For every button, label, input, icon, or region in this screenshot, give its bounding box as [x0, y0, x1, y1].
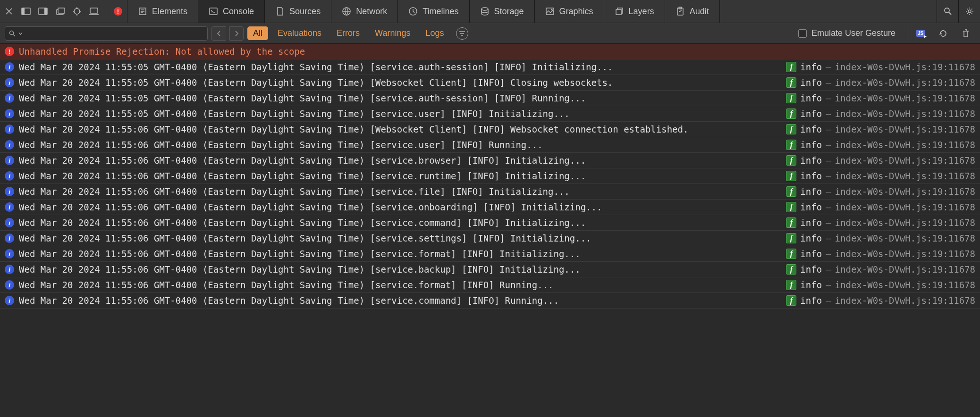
dash: — [826, 93, 831, 103]
function-badge-icon: f [786, 93, 796, 103]
console-log-row[interactable]: iWed Mar 20 2024 11:55:06 GMT-0400 (East… [0, 246, 980, 262]
snippets-icon[interactable]: JS▸ [914, 27, 927, 40]
dock-left-icon[interactable] [21, 6, 31, 17]
tab-label: Graphics [559, 7, 593, 17]
device-icon[interactable] [89, 6, 99, 17]
log-source-link[interactable]: index-W0s-DVwH.js:19:11678 [835, 140, 975, 150]
dash: — [826, 108, 831, 119]
log-level: info [800, 140, 822, 150]
log-message: Wed Mar 20 2024 11:55:05 GMT-0400 (Easte… [19, 77, 786, 88]
console-log-row[interactable]: iWed Mar 20 2024 11:55:05 GMT-0400 (East… [0, 106, 980, 122]
reload-icon[interactable] [937, 27, 950, 40]
tab-console[interactable]: Console [198, 0, 265, 23]
console-log-row[interactable]: iWed Mar 20 2024 11:55:06 GMT-0400 (East… [0, 184, 980, 200]
log-source-link[interactable]: index-W0s-DVwH.js:19:11678 [835, 77, 975, 88]
console-log-row[interactable]: iWed Mar 20 2024 11:55:06 GMT-0400 (East… [0, 122, 980, 137]
filter-search-input[interactable] [5, 26, 208, 41]
next-match-button[interactable] [229, 26, 244, 41]
log-message: Wed Mar 20 2024 11:55:06 GMT-0400 (Easte… [19, 264, 786, 275]
log-source-link[interactable]: index-W0s-DVwH.js:19:11678 [835, 62, 975, 72]
log-source-link[interactable]: index-W0s-DVwH.js:19:11678 [835, 264, 975, 275]
log-source-area: finfo—index-W0s-DVwH.js:19:11678 [786, 202, 975, 212]
log-source-link[interactable]: index-W0s-DVwH.js:19:11678 [835, 233, 975, 243]
console-error-row[interactable]: ! Unhandled Promise Rejection: Not allow… [0, 44, 980, 59]
search-icon[interactable] [937, 0, 958, 23]
filter-evaluations[interactable]: Evaluations [272, 26, 327, 40]
svg-rect-7 [90, 8, 98, 13]
tab-elements[interactable]: Elements [127, 0, 198, 23]
log-source-link[interactable]: index-W0s-DVwH.js:19:11678 [835, 171, 975, 181]
log-source-link[interactable]: index-W0s-DVwH.js:19:11678 [835, 186, 975, 197]
log-level: info [800, 217, 822, 228]
console-log-row[interactable]: iWed Mar 20 2024 11:55:06 GMT-0400 (East… [0, 293, 980, 309]
log-message: Wed Mar 20 2024 11:55:05 GMT-0400 (Easte… [19, 62, 786, 72]
filter-errors[interactable]: Errors [331, 26, 365, 40]
log-source-link[interactable]: index-W0s-DVwH.js:19:11678 [835, 108, 975, 119]
svg-rect-5 [58, 8, 65, 13]
log-source-link[interactable]: index-W0s-DVwH.js:19:11678 [835, 249, 975, 259]
console-log-row[interactable]: iWed Mar 20 2024 11:55:06 GMT-0400 (East… [0, 215, 980, 231]
log-source-link[interactable]: index-W0s-DVwH.js:19:11678 [835, 124, 975, 134]
dash: — [826, 155, 831, 166]
filter-bar: All Evaluations Errors Warnings Logs Emu… [0, 23, 980, 44]
log-source-link[interactable]: index-W0s-DVwH.js:19:11678 [835, 295, 975, 306]
tab-graphics[interactable]: Graphics [535, 0, 604, 23]
tab-sources[interactable]: Sources [265, 0, 331, 23]
svg-rect-9 [210, 8, 217, 15]
log-source-link[interactable]: index-W0s-DVwH.js:19:11678 [835, 280, 975, 290]
tab-label: Layers [629, 7, 654, 17]
console-log-row[interactable]: iWed Mar 20 2024 11:55:06 GMT-0400 (East… [0, 168, 980, 184]
console-log-row[interactable]: iWed Mar 20 2024 11:55:05 GMT-0400 (East… [0, 75, 980, 91]
dash: — [826, 140, 831, 150]
console-log-row[interactable]: iWed Mar 20 2024 11:55:06 GMT-0400 (East… [0, 262, 980, 277]
filter-warnings[interactable]: Warnings [369, 26, 416, 40]
tab-storage[interactable]: Storage [470, 0, 535, 23]
function-badge-icon: f [786, 155, 796, 166]
svg-rect-16 [616, 9, 621, 15]
log-level: info [800, 186, 822, 197]
settings-gear-icon[interactable] [958, 0, 980, 23]
log-source-link[interactable]: index-W0s-DVwH.js:19:11678 [835, 93, 975, 103]
log-source-link[interactable]: index-W0s-DVwH.js:19:11678 [835, 202, 975, 212]
layers-icon [615, 7, 624, 16]
console-log-row[interactable]: iWed Mar 20 2024 11:55:06 GMT-0400 (East… [0, 137, 980, 153]
error-indicator-icon[interactable]: ! [113, 6, 123, 17]
log-source-link[interactable]: index-W0s-DVwH.js:19:11678 [835, 155, 975, 166]
clear-console-icon[interactable] [959, 27, 972, 40]
emulate-label: Emulate User Gesture [811, 28, 896, 38]
top-toolbar: ! ElementsConsoleSourcesNetworkTimelines… [0, 0, 980, 23]
svg-point-20 [968, 10, 971, 13]
network-icon [342, 7, 351, 16]
log-source-link[interactable]: index-W0s-DVwH.js:19:11678 [835, 217, 975, 228]
function-badge-icon: f [786, 186, 796, 197]
graphics-icon [545, 7, 555, 16]
tab-network[interactable]: Network [331, 0, 398, 23]
console-log-area[interactable]: ! Unhandled Promise Rejection: Not allow… [0, 44, 980, 417]
console-log-row[interactable]: iWed Mar 20 2024 11:55:06 GMT-0400 (East… [0, 200, 980, 215]
detach-icon[interactable] [55, 6, 65, 17]
console-log-row[interactable]: iWed Mar 20 2024 11:55:06 GMT-0400 (East… [0, 231, 980, 246]
error-icon: ! [5, 47, 14, 56]
function-badge-icon: f [786, 62, 796, 72]
console-log-row[interactable]: iWed Mar 20 2024 11:55:06 GMT-0400 (East… [0, 153, 980, 168]
console-log-row[interactable]: iWed Mar 20 2024 11:55:06 GMT-0400 (East… [0, 277, 980, 293]
prev-match-button[interactable] [211, 26, 226, 41]
dash: — [826, 77, 831, 88]
more-filters-icon[interactable] [456, 27, 468, 40]
toolbar-right-icons [937, 0, 980, 23]
filter-logs[interactable]: Logs [420, 26, 449, 40]
console-log-row[interactable]: iWed Mar 20 2024 11:55:05 GMT-0400 (East… [0, 91, 980, 106]
log-message: Wed Mar 20 2024 11:55:06 GMT-0400 (Easte… [19, 280, 786, 290]
filter-all[interactable]: All [247, 26, 268, 40]
close-icon[interactable] [4, 6, 14, 17]
tab-layers[interactable]: Layers [604, 0, 665, 23]
tab-timelines[interactable]: Timelines [398, 0, 469, 23]
emulate-user-gesture-toggle[interactable]: Emulate User Gesture [798, 28, 896, 38]
tab-audit[interactable]: Audit [665, 0, 720, 23]
checkbox-icon[interactable] [798, 29, 807, 38]
console-log-row[interactable]: iWed Mar 20 2024 11:55:05 GMT-0400 (East… [0, 59, 980, 75]
target-icon[interactable] [72, 6, 82, 17]
info-icon: i [5, 156, 14, 165]
dock-right-icon[interactable] [38, 6, 48, 17]
svg-point-21 [10, 31, 14, 34]
